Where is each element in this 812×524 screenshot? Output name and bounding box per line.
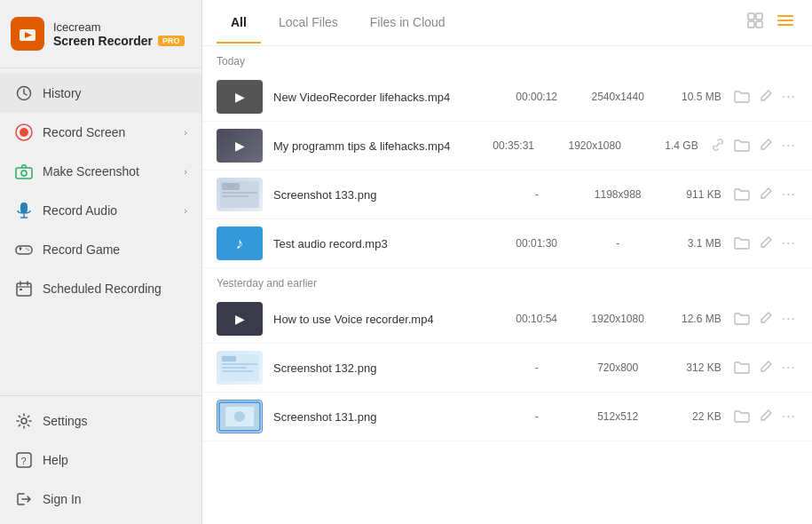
- file-size: 911 KB: [673, 188, 721, 201]
- file-meta: - 512x512 22 KB: [510, 410, 721, 423]
- sidebar-label-record-screen: Record Screen: [43, 125, 175, 139]
- file-meta: 00:00:12 2540x1440 10.5 MB: [510, 91, 721, 103]
- sidebar-item-help[interactable]: ? Help: [0, 441, 201, 480]
- edit-button[interactable]: [757, 136, 775, 156]
- chevron-right-icon3: ›: [184, 205, 187, 216]
- tab-local-files[interactable]: Local Files: [264, 3, 352, 44]
- open-folder-button[interactable]: [732, 87, 752, 107]
- file-row[interactable]: Screenshot 132.png - 720x800 312 KB ···: [202, 344, 812, 393]
- sidebar-item-settings[interactable]: Settings: [0, 401, 201, 441]
- svg-rect-34: [222, 195, 248, 197]
- sidebar-item-record-game[interactable]: Record Game: [0, 230, 201, 269]
- file-name: Screenshot 131.png: [273, 410, 500, 424]
- file-actions: ···: [732, 185, 798, 205]
- svg-rect-25: [756, 13, 762, 20]
- file-name: Screenshot 132.png: [273, 361, 500, 375]
- view-controls: [743, 8, 798, 37]
- file-thumbnail: [217, 80, 263, 114]
- file-thumbnail: [217, 302, 263, 336]
- sidebar-item-record-audio[interactable]: Record Audio ›: [0, 191, 201, 230]
- file-row[interactable]: Screenshot 131.png - 512x512 22 KB ···: [202, 393, 812, 441]
- file-actions: ···: [709, 136, 798, 156]
- file-row[interactable]: Test audio record.mp3 00:01:30 - 3.1 MB …: [202, 219, 812, 268]
- sidebar-label-history: History: [43, 86, 187, 100]
- file-name: Screenshot 133.png: [273, 188, 500, 202]
- file-info: My programm tips & lifehacks.mp4: [273, 139, 477, 153]
- open-folder-button[interactable]: [732, 185, 752, 205]
- file-duration: -: [510, 361, 564, 374]
- tab-all[interactable]: All: [217, 3, 261, 44]
- file-info: Screenshot 132.png: [273, 361, 500, 375]
- file-row[interactable]: Screenshot 133.png - 1198x988 911 KB ···: [202, 171, 812, 219]
- tab-files-in-cloud[interactable]: Files in Cloud: [356, 3, 460, 44]
- file-thumbnail: [217, 226, 263, 260]
- more-options-button[interactable]: ···: [780, 87, 798, 107]
- edit-button[interactable]: [757, 407, 775, 427]
- file-duration: 00:01:30: [510, 237, 564, 250]
- svg-text:?: ?: [21, 456, 27, 466]
- svg-rect-20: [20, 289, 22, 290]
- sidebar-label-sign-in: Sign In: [43, 492, 187, 506]
- app-header: Icecream Screen Recorder PRO: [0, 0, 201, 68]
- svg-rect-24: [748, 13, 754, 20]
- file-resolution: 1920x1080: [562, 139, 628, 152]
- more-options-button[interactable]: ···: [780, 309, 798, 329]
- more-options-button[interactable]: ···: [780, 358, 798, 377]
- main-content: All Local Files Files in Cloud: [202, 0, 812, 524]
- file-size: 12.6 MB: [673, 313, 721, 325]
- file-resolution: 1198x988: [585, 188, 651, 201]
- file-row[interactable]: New VideoRecorder lifehacks.mp4 00:00:12…: [202, 73, 812, 122]
- camera-icon: [14, 162, 34, 181]
- edit-button[interactable]: [757, 309, 775, 329]
- file-name: Test audio record.mp3: [273, 237, 500, 250]
- sidebar-label-help: Help: [43, 453, 187, 467]
- open-folder-button[interactable]: [732, 234, 752, 254]
- svg-point-6: [21, 171, 27, 176]
- clock-icon: [14, 83, 34, 103]
- edit-button[interactable]: [757, 87, 775, 107]
- link-button[interactable]: [709, 136, 727, 156]
- more-options-button[interactable]: ···: [780, 234, 798, 253]
- file-resolution: -: [585, 237, 651, 250]
- file-name: How to use Voice recorder.mp4: [273, 313, 500, 326]
- more-options-button[interactable]: ···: [780, 407, 798, 426]
- sidebar-item-record-screen[interactable]: Record Screen ›: [0, 113, 201, 152]
- edit-button[interactable]: [757, 185, 775, 205]
- file-row[interactable]: How to use Voice recorder.mp4 00:10:54 1…: [202, 295, 812, 344]
- gear-icon: [14, 411, 34, 431]
- sidebar-label-settings: Settings: [43, 414, 187, 428]
- open-folder-button[interactable]: [732, 136, 752, 156]
- more-options-button[interactable]: ···: [780, 185, 798, 204]
- grid-view-button[interactable]: [743, 8, 768, 37]
- file-resolution: 720x800: [585, 361, 651, 374]
- svg-point-42: [234, 411, 245, 422]
- list-view-button[interactable]: [773, 8, 798, 37]
- svg-rect-10: [16, 246, 32, 254]
- sidebar-item-scheduled-recording[interactable]: Scheduled Recording: [0, 269, 201, 308]
- more-options-button[interactable]: ···: [780, 136, 798, 155]
- svg-rect-16: [17, 283, 31, 296]
- svg-rect-26: [748, 21, 754, 28]
- svg-rect-5: [16, 168, 32, 179]
- open-folder-button[interactable]: [732, 358, 752, 378]
- sidebar-label-record-audio: Record Audio: [43, 203, 175, 218]
- sidebar-item-sign-in[interactable]: Sign In: [0, 480, 201, 519]
- file-info: New VideoRecorder lifehacks.mp4: [273, 91, 500, 104]
- question-icon: ?: [14, 450, 34, 470]
- open-folder-button[interactable]: [732, 407, 752, 427]
- svg-rect-39: [222, 370, 253, 372]
- file-meta: 00:01:30 - 3.1 MB: [510, 237, 721, 250]
- sidebar-item-history[interactable]: History: [0, 74, 201, 113]
- edit-button[interactable]: [757, 234, 775, 254]
- file-resolution: 2540x1440: [585, 91, 651, 103]
- svg-rect-37: [222, 363, 257, 365]
- edit-button[interactable]: [757, 358, 775, 378]
- sidebar-nav: History Record Screen › Make Screenshot: [0, 68, 201, 395]
- svg-rect-27: [756, 21, 762, 28]
- file-row[interactable]: My programm tips & lifehacks.mp4 00:35:3…: [202, 122, 812, 171]
- open-folder-button[interactable]: [732, 309, 752, 329]
- app-name-main: Screen Recorder: [53, 34, 153, 48]
- file-resolution: 512x512: [585, 410, 651, 423]
- sidebar-item-make-screenshot[interactable]: Make Screenshot ›: [0, 152, 201, 191]
- tabs-bar: All Local Files Files in Cloud: [202, 0, 812, 46]
